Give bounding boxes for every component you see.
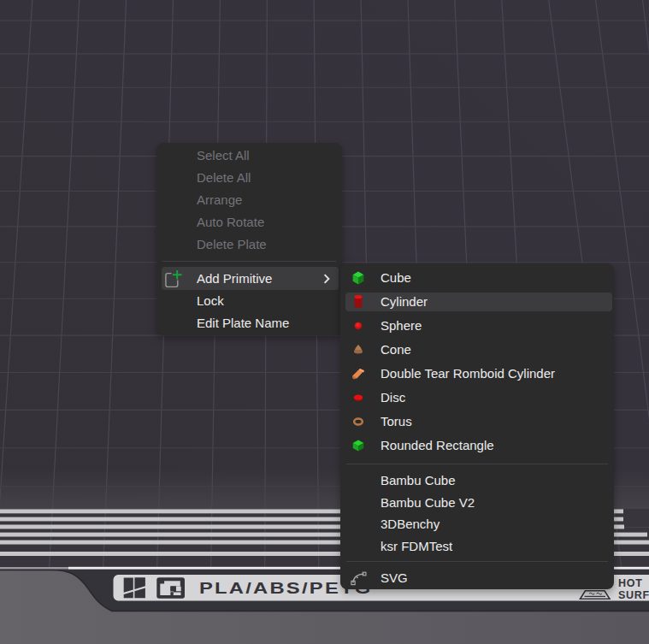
svg-text:HOT: HOT: [618, 577, 643, 589]
svg-text:SURF: SURF: [618, 589, 649, 601]
